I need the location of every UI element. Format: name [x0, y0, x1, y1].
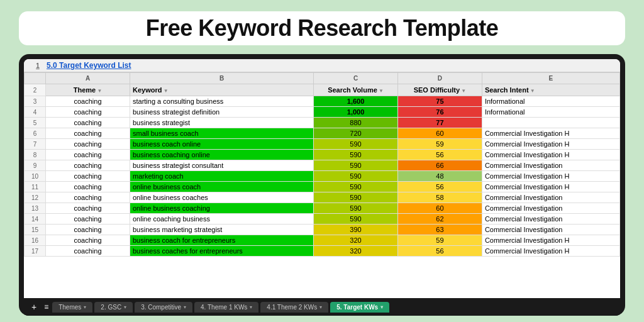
- row-number: 14: [25, 214, 46, 225]
- cell-keyword[interactable]: online business coaches: [130, 192, 313, 203]
- cell-difficulty: 56: [397, 246, 482, 257]
- cell-volume: 390: [314, 225, 398, 235]
- cell-difficulty: 63: [397, 225, 482, 235]
- page-title: Free Keyword Research Template: [146, 15, 499, 41]
- cell-intent: Commercial Investigation H: [482, 182, 619, 192]
- row-number: 13: [25, 203, 46, 214]
- cell-volume: 590: [314, 160, 398, 171]
- sheet-title-label: 5.0 Target Keyword List: [47, 61, 131, 70]
- cell-difficulty: 58: [397, 192, 482, 203]
- sheet-tab-5[interactable]: 5. Target KWs▾: [330, 302, 389, 313]
- row-number: 5: [25, 118, 46, 128]
- cell-difficulty: 76: [397, 107, 482, 118]
- tab-label: 4.1 Theme 2 KWs: [267, 304, 317, 311]
- tab-label: 4. Theme 1 KWs: [201, 304, 247, 311]
- sheet-title-row: 1 5.0 Target Keyword List: [24, 59, 620, 72]
- cell-keyword[interactable]: business coaches for entrepreneurs: [130, 246, 313, 257]
- cell-theme: coaching: [46, 235, 130, 246]
- table-body: 3coachingstarting a consulting business1…: [25, 96, 620, 257]
- cell-theme: coaching: [46, 192, 130, 203]
- cell-theme: coaching: [46, 225, 130, 235]
- tab-chevron: ▾: [184, 304, 186, 310]
- cell-difficulty: 56: [397, 182, 482, 192]
- cell-difficulty: 66: [397, 160, 482, 171]
- cell-intent: Informational: [482, 96, 619, 107]
- cell-intent: Commercial Investigation H: [482, 139, 619, 150]
- tab-chevron: ▾: [124, 304, 126, 310]
- sheet-list-button[interactable]: ≡: [42, 301, 51, 313]
- table-row: 3coachingstarting a consulting business1…: [25, 96, 620, 107]
- cell-theme: coaching: [46, 171, 130, 182]
- sheet-tab-2[interactable]: 3. Competitive▾: [135, 302, 192, 313]
- cell-theme: coaching: [46, 203, 130, 214]
- table-row: 5coachingbusiness strategist88077: [25, 118, 620, 128]
- table-row: 13coachingonline business coaching59060C…: [25, 203, 620, 214]
- cell-keyword[interactable]: online business coach: [130, 182, 313, 192]
- sheet-tab-3[interactable]: 4. Theme 1 KWs▾: [194, 302, 258, 313]
- cell-theme: coaching: [46, 139, 130, 150]
- cell-intent: Commercial Investigation: [482, 225, 619, 235]
- table-row: 9coachingbusiness strategist consultant5…: [25, 160, 620, 171]
- col-e-letter: E: [482, 73, 619, 84]
- col-theme-header[interactable]: Theme: [46, 84, 130, 96]
- sheet-tab-0[interactable]: Themes▾: [52, 302, 92, 313]
- col-volume-header[interactable]: Search Volume: [314, 84, 398, 96]
- table-row: 16coachingbusiness coach for entrepreneu…: [25, 235, 620, 246]
- header-rownum: 2: [25, 84, 46, 96]
- col-d-letter: D: [397, 73, 482, 84]
- cell-theme: coaching: [46, 214, 130, 225]
- row-number: 8: [25, 150, 46, 160]
- table-row: 4coachingbusiness strategist definition1…: [25, 107, 620, 118]
- col-difficulty-header[interactable]: SEO Difficulty: [397, 84, 482, 96]
- col-keyword-header[interactable]: Keyword: [130, 84, 313, 96]
- cell-keyword[interactable]: online business coaching: [130, 203, 313, 214]
- table-row: 14coachingonline coaching business59062C…: [25, 214, 620, 225]
- cell-keyword[interactable]: business strategist consultant: [130, 160, 313, 171]
- cell-volume: 590: [314, 150, 398, 160]
- tab-chevron: ▾: [84, 304, 86, 310]
- col-a-letter: A: [46, 73, 130, 84]
- table-row: 10coachingmarketing coach59048Commercial…: [25, 171, 620, 182]
- cell-intent: Commercial Investigation H: [482, 246, 619, 257]
- sheet-tab-4[interactable]: 4.1 Theme 2 KWs▾: [260, 302, 328, 313]
- col-intent-header[interactable]: Search Intent: [482, 84, 619, 96]
- col-c-letter: C: [314, 73, 398, 84]
- row-number: 7: [25, 139, 46, 150]
- cell-intent: Commercial Investigation H: [482, 171, 619, 182]
- cell-intent: Commercial Investigation: [482, 203, 619, 214]
- col-header-row: 2 Theme Keyword Search Volume SEO Diffic…: [25, 84, 620, 96]
- cell-volume: 590: [314, 139, 398, 150]
- tabs-container: Themes▾2. GSC▾3. Competitive▾4. Theme 1 …: [52, 302, 389, 313]
- add-sheet-button[interactable]: +: [28, 301, 40, 313]
- cell-keyword[interactable]: business coach for entrepreneurs: [130, 235, 313, 246]
- col-b-letter: B: [130, 73, 313, 84]
- row-number: 11: [25, 182, 46, 192]
- cell-keyword[interactable]: business coaching online: [130, 150, 313, 160]
- cell-difficulty: 62: [397, 214, 482, 225]
- cell-keyword[interactable]: business marketing strategist: [130, 225, 313, 235]
- sheet-tab-1[interactable]: 2. GSC▾: [94, 302, 133, 313]
- cell-intent: Commercial Investigation H: [482, 150, 619, 160]
- row-number: 3: [25, 96, 46, 107]
- table-row: 7coachingbusiness coach online59059Comme…: [25, 139, 620, 150]
- cell-keyword[interactable]: business strategist definition: [130, 107, 313, 118]
- cell-difficulty: 75: [397, 96, 482, 107]
- cell-keyword[interactable]: starting a consulting business: [130, 96, 313, 107]
- cell-keyword[interactable]: business strategist: [130, 118, 313, 128]
- cell-theme: coaching: [46, 107, 130, 118]
- cell-theme: coaching: [46, 150, 130, 160]
- table-row: 17coachingbusiness coaches for entrepren…: [25, 246, 620, 257]
- cell-keyword[interactable]: online coaching business: [130, 214, 313, 225]
- cell-intent: Commercial Investigation: [482, 214, 619, 225]
- cell-keyword[interactable]: small business coach: [130, 128, 313, 139]
- cell-keyword[interactable]: business coach online: [130, 139, 313, 150]
- cell-intent: Commercial Investigation H: [482, 235, 619, 246]
- row-number: 15: [25, 225, 46, 235]
- tab-chevron: ▾: [250, 304, 252, 310]
- cell-theme: coaching: [46, 96, 130, 107]
- tab-bar: + ≡ Themes▾2. GSC▾3. Competitive▾4. Them…: [24, 298, 620, 316]
- cell-keyword[interactable]: marketing coach: [130, 171, 313, 182]
- cell-intent: Commercial Investigation: [482, 160, 619, 171]
- cell-difficulty: 60: [397, 128, 482, 139]
- cell-difficulty: 59: [397, 139, 482, 150]
